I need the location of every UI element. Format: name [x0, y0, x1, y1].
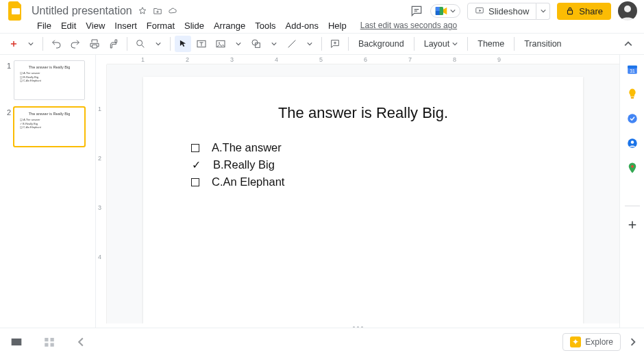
line-dropdown[interactable]: [302, 36, 317, 52]
layout-label: Layout: [424, 39, 450, 49]
explore-label: Explore: [585, 337, 613, 347]
workspace: 1The answer is Really Big❏ A.The answer❏…: [0, 55, 644, 355]
image-tool[interactable]: [212, 36, 230, 52]
slideshow-dropdown[interactable]: [536, 3, 550, 20]
horizontal-ruler: 123456789: [107, 55, 619, 64]
line-tool[interactable]: [283, 36, 301, 52]
image-dropdown[interactable]: [231, 36, 246, 52]
collapse-toolbar-button[interactable]: [621, 36, 636, 52]
shape-dropdown[interactable]: [267, 36, 282, 52]
thumb-row: 1The answer is Really Big❏ A.The answer❏…: [3, 60, 92, 100]
canvas-wrap: The answer is Really Big. A.The answer✓B…: [107, 64, 619, 323]
share-label: Share: [579, 6, 603, 16]
option-text: B.Really Big: [213, 158, 275, 171]
checkbox-icon: [191, 144, 199, 152]
svg-point-10: [219, 42, 220, 44]
select-tool[interactable]: [175, 36, 191, 52]
share-button[interactable]: Share: [557, 3, 611, 20]
slides-logo-icon[interactable]: [7, 0, 25, 23]
show-side-panel-icon[interactable]: [629, 338, 637, 346]
slideshow-label: Slideshow: [488, 6, 529, 16]
menu-format[interactable]: Format: [143, 19, 179, 33]
slideshow-button[interactable]: Slideshow: [467, 3, 536, 20]
svg-rect-25: [45, 343, 48, 346]
paint-format-button[interactable]: [105, 36, 123, 52]
maps-icon[interactable]: [626, 162, 639, 174]
zoom-button[interactable]: [132, 36, 149, 52]
svg-text:31: 31: [630, 69, 635, 73]
menu-tools[interactable]: Tools: [251, 19, 280, 33]
background-button[interactable]: Background: [353, 36, 410, 52]
filmstrip: 1The answer is Really Big❏ A.The answer❏…: [0, 55, 96, 355]
transition-button[interactable]: Transition: [519, 36, 567, 52]
new-slide-dropdown[interactable]: [23, 36, 38, 52]
filmstrip-view-icon[interactable]: [10, 336, 23, 348]
comments-icon[interactable]: [410, 4, 423, 18]
checkbox-icon: [191, 178, 199, 186]
thumb-row: 2The answer is Really Big❏ A.The answer✓…: [3, 107, 92, 147]
add-addons-icon[interactable]: [626, 219, 639, 231]
menu-edit[interactable]: Edit: [57, 19, 80, 33]
menu-insert[interactable]: Insert: [110, 19, 141, 33]
theme-button[interactable]: Theme: [472, 36, 510, 52]
menu-slide[interactable]: Slide: [180, 19, 208, 33]
shape-tool[interactable]: [247, 36, 265, 52]
contacts-icon[interactable]: [626, 137, 639, 149]
svg-rect-3: [436, 7, 440, 11]
cloud-status-icon[interactable]: [168, 6, 177, 16]
undo-button[interactable]: [47, 36, 65, 52]
slide-option[interactable]: ✓B.Really Big: [191, 158, 556, 171]
svg-rect-6: [568, 10, 573, 14]
svg-rect-26: [51, 343, 54, 346]
svg-rect-16: [630, 97, 634, 99]
star-icon[interactable]: [138, 6, 147, 16]
slide-thumbnail[interactable]: The answer is Really Big❏ A.The answer✓ …: [14, 107, 85, 147]
svg-rect-23: [45, 338, 48, 341]
comment-tool[interactable]: [326, 36, 344, 52]
zoom-dropdown[interactable]: [151, 36, 166, 52]
svg-point-20: [631, 165, 634, 168]
option-text: A.The answer: [212, 141, 282, 154]
svg-rect-4: [436, 11, 440, 15]
svg-point-19: [630, 140, 634, 144]
menu-arrange[interactable]: Arrange: [210, 19, 249, 33]
svg-point-7: [137, 40, 143, 46]
hide-filmstrip-icon[interactable]: [76, 337, 86, 347]
textbox-tool[interactable]: [193, 36, 210, 52]
meet-button[interactable]: [430, 4, 460, 18]
menu-file[interactable]: File: [33, 19, 55, 33]
slide-option[interactable]: C.An Elephant: [191, 175, 556, 188]
last-edit-link[interactable]: Last edit was seconds ago: [360, 21, 457, 30]
new-slide-button[interactable]: [5, 36, 22, 52]
slide-thumbnail[interactable]: The answer is Really Big❏ A.The answer❏ …: [14, 60, 85, 100]
side-panel: 31: [619, 55, 644, 355]
redo-button[interactable]: [66, 36, 84, 52]
menu-addons[interactable]: Add-ons: [282, 19, 323, 33]
thumb-number: 1: [3, 60, 11, 70]
move-icon[interactable]: [153, 6, 162, 16]
menu-help[interactable]: Help: [324, 19, 351, 33]
title-bar: Untitled presentation Slideshow Share: [0, 0, 644, 18]
keep-icon[interactable]: [626, 88, 639, 100]
check-icon: ✓: [191, 160, 201, 171]
bottom-bar: ✦ Explore: [0, 328, 644, 355]
menu-view[interactable]: View: [82, 19, 109, 33]
print-button[interactable]: [86, 36, 103, 52]
svg-rect-0: [12, 8, 20, 14]
editor-area: 123456789 1234 The answer is Really Big.…: [96, 55, 619, 355]
explore-icon: ✦: [570, 336, 581, 347]
slide-title[interactable]: The answer is Really Big.: [171, 104, 556, 122]
doc-title[interactable]: Untitled presentation: [32, 5, 132, 17]
tasks-icon[interactable]: [626, 112, 639, 125]
calendar-icon[interactable]: 31: [626, 63, 639, 75]
slide-canvas[interactable]: The answer is Really Big. A.The answer✓B…: [143, 77, 583, 323]
slide-option[interactable]: A.The answer: [191, 141, 556, 154]
layout-button[interactable]: Layout: [419, 36, 464, 52]
svg-rect-22: [12, 339, 21, 345]
vertical-ruler: 1234: [96, 64, 107, 323]
grid-view-icon[interactable]: [43, 336, 55, 348]
svg-point-11: [252, 40, 258, 45]
explore-button[interactable]: ✦ Explore: [562, 333, 621, 351]
account-avatar[interactable]: [618, 1, 637, 21]
thumb-number: 2: [3, 107, 11, 117]
